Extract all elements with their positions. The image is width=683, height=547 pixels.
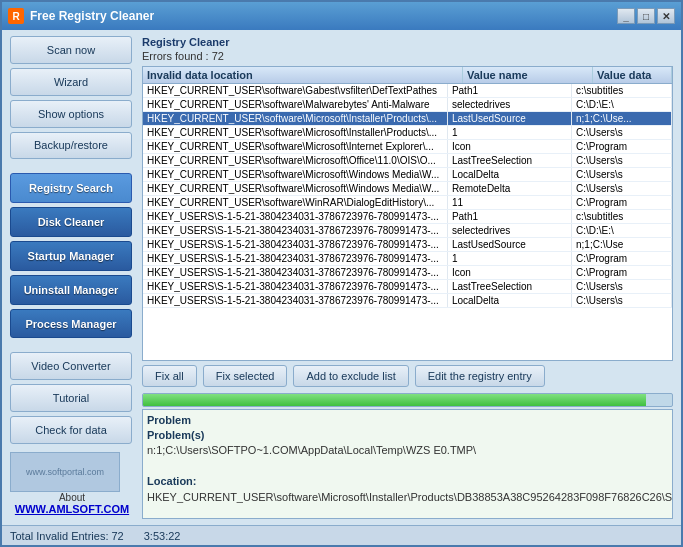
table-row[interactable]: HKEY_USERS\S-1-5-21-3804234031-378672397… bbox=[143, 252, 672, 266]
problem-section: Problem Problem(s) n:1;C:\Users\SOFTPO~1… bbox=[142, 409, 673, 519]
table-row[interactable]: HKEY_CURRENT_USER\software\Microsoft\Ins… bbox=[143, 126, 672, 140]
cell-value-name: 11 bbox=[448, 196, 572, 209]
sidebar-separator-2 bbox=[10, 342, 134, 348]
cell-location: HKEY_CURRENT_USER\software\Malwarebytes'… bbox=[143, 98, 448, 111]
problem-title: Problem bbox=[147, 414, 668, 426]
cell-location: HKEY_USERS\S-1-5-21-3804234031-378672397… bbox=[143, 252, 448, 265]
cell-location: HKEY_CURRENT_USER\software\Microsoft\Int… bbox=[143, 140, 448, 153]
table-row[interactable]: HKEY_USERS\S-1-5-21-3804234031-378672397… bbox=[143, 238, 672, 252]
main-content: Scan now Wizard Show options Backup/rest… bbox=[2, 30, 681, 525]
cell-value-name: Path1 bbox=[448, 210, 572, 223]
backup-restore-button[interactable]: Backup/restore bbox=[10, 132, 132, 160]
location-label: Location: bbox=[147, 475, 197, 487]
logo-text: www.softportal.com bbox=[26, 467, 104, 477]
cell-location: HKEY_CURRENT_USER\software\WinRAR\Dialog… bbox=[143, 196, 448, 209]
amlsoft-link[interactable]: WWW.AMLSOFT.COM bbox=[10, 503, 134, 515]
edit-registry-button[interactable]: Edit the registry entry bbox=[415, 365, 545, 387]
table-row[interactable]: HKEY_CURRENT_USER\software\Microsoft\Off… bbox=[143, 154, 672, 168]
errors-found-label: Errors found : 72 bbox=[142, 50, 673, 62]
logo-area: www.softportal.com About WWW.AMLSOFT.COM bbox=[10, 448, 134, 519]
registry-table: Invalid data location Value name Value d… bbox=[142, 66, 673, 361]
cell-value-data: C:\Users\s bbox=[572, 294, 672, 307]
cell-value-name: LastTreeSelection bbox=[448, 280, 572, 293]
location-text: HKEY_CURRENT_USER\software\Microsoft\Ins… bbox=[147, 491, 673, 503]
check-for-data-button[interactable]: Check for data bbox=[10, 416, 132, 444]
status-bar: Total Invalid Entries: 72 3:53:22 bbox=[2, 525, 681, 545]
cell-value-name: Icon bbox=[448, 140, 572, 153]
col-value-data: Value data bbox=[593, 67, 672, 83]
progress-bar-fill bbox=[143, 394, 646, 406]
table-row[interactable]: HKEY_USERS\S-1-5-21-3804234031-378672397… bbox=[143, 210, 672, 224]
minimize-button[interactable]: _ bbox=[617, 8, 635, 24]
close-button[interactable]: ✕ bbox=[657, 8, 675, 24]
cell-value-data: C:\D:\E:\ bbox=[572, 224, 672, 237]
cell-value-name: LastUsedSource bbox=[448, 238, 572, 251]
cell-value-data: n;1;C:\Use bbox=[572, 238, 672, 251]
about-label[interactable]: About bbox=[10, 492, 134, 503]
cell-value-data: C:\Users\s bbox=[572, 154, 672, 167]
show-options-button[interactable]: Show options bbox=[10, 100, 132, 128]
cell-value-data: C:\Users\s bbox=[572, 126, 672, 139]
main-window: R Free Registry Cleaner _ □ ✕ Scan now W… bbox=[0, 0, 683, 547]
table-row[interactable]: HKEY_CURRENT_USER\software\Microsoft\Win… bbox=[143, 182, 672, 196]
tutorial-button[interactable]: Tutorial bbox=[10, 384, 132, 412]
cell-value-data: c:\subtitles bbox=[572, 84, 672, 97]
logo-image: www.softportal.com bbox=[10, 452, 120, 492]
cell-value-name: selectedrives bbox=[448, 98, 572, 111]
uninstall-manager-button[interactable]: Uninstall Manager bbox=[10, 275, 132, 305]
cell-value-data: C:\Users\s bbox=[572, 280, 672, 293]
window-controls: _ □ ✕ bbox=[617, 8, 675, 24]
startup-manager-button[interactable]: Startup Manager bbox=[10, 241, 132, 271]
fix-selected-button[interactable]: Fix selected bbox=[203, 365, 288, 387]
time-display: 3:53:22 bbox=[144, 530, 181, 542]
cell-location: HKEY_USERS\S-1-5-21-3804234031-378672397… bbox=[143, 210, 448, 223]
table-row[interactable]: HKEY_CURRENT_USER\software\Microsoft\Ins… bbox=[143, 112, 672, 126]
add-to-exclude-button[interactable]: Add to exclude list bbox=[293, 365, 408, 387]
table-header: Invalid data location Value name Value d… bbox=[143, 67, 672, 84]
table-row[interactable]: HKEY_CURRENT_USER\software\Microsoft\Int… bbox=[143, 140, 672, 154]
table-row[interactable]: HKEY_CURRENT_USER\software\Malwarebytes'… bbox=[143, 98, 672, 112]
table-row[interactable]: HKEY_USERS\S-1-5-21-3804234031-378672397… bbox=[143, 294, 672, 308]
cell-location: HKEY_CURRENT_USER\software\Microsoft\Ins… bbox=[143, 112, 448, 125]
cell-value-name: Icon bbox=[448, 266, 572, 279]
cell-value-data: C:\Program bbox=[572, 140, 672, 153]
cell-value-name: RemoteDelta bbox=[448, 182, 572, 195]
cell-location: HKEY_USERS\S-1-5-21-3804234031-378672397… bbox=[143, 294, 448, 307]
cell-value-data: C:\Program bbox=[572, 196, 672, 209]
cell-value-data: C:\Program bbox=[572, 252, 672, 265]
table-row[interactable]: HKEY_CURRENT_USER\software\Gabest\vsfilt… bbox=[143, 84, 672, 98]
scan-now-button[interactable]: Scan now bbox=[10, 36, 132, 64]
progress-bar-container bbox=[142, 393, 673, 407]
fix-all-button[interactable]: Fix all bbox=[142, 365, 197, 387]
maximize-button[interactable]: □ bbox=[637, 8, 655, 24]
table-row[interactable]: HKEY_USERS\S-1-5-21-3804234031-378672397… bbox=[143, 224, 672, 238]
cell-value-name: 1 bbox=[448, 126, 572, 139]
wizard-button[interactable]: Wizard bbox=[10, 68, 132, 96]
cell-value-data: C:\Users\s bbox=[572, 168, 672, 181]
video-converter-button[interactable]: Video Converter bbox=[10, 352, 132, 380]
col-value-name: Value name bbox=[463, 67, 593, 83]
right-panel: Registry Cleaner Errors found : 72 Inval… bbox=[142, 30, 681, 525]
problem-text: n:1;C:\Users\SOFTPO~1.COM\AppData\Local\… bbox=[147, 444, 476, 456]
cell-value-data: C:\D:\E:\ bbox=[572, 98, 672, 111]
table-row[interactable]: HKEY_USERS\S-1-5-21-3804234031-378672397… bbox=[143, 280, 672, 294]
table-row[interactable]: HKEY_USERS\S-1-5-21-3804234031-378672397… bbox=[143, 266, 672, 280]
table-row[interactable]: HKEY_CURRENT_USER\software\Microsoft\Win… bbox=[143, 168, 672, 182]
cell-location: HKEY_CURRENT_USER\software\Microsoft\Win… bbox=[143, 182, 448, 195]
cell-location: HKEY_USERS\S-1-5-21-3804234031-378672397… bbox=[143, 266, 448, 279]
registry-search-button[interactable]: Registry Search bbox=[10, 173, 132, 203]
disk-cleaner-button[interactable]: Disk Cleaner bbox=[10, 207, 132, 237]
table-row[interactable]: HKEY_CURRENT_USER\software\WinRAR\Dialog… bbox=[143, 196, 672, 210]
cell-location: HKEY_CURRENT_USER\software\Microsoft\Win… bbox=[143, 168, 448, 181]
cell-value-name: Path1 bbox=[448, 84, 572, 97]
cell-value-name: LastTreeSelection bbox=[448, 154, 572, 167]
cell-value-name: LocalDelta bbox=[448, 168, 572, 181]
action-buttons: Fix all Fix selected Add to exclude list… bbox=[142, 365, 673, 387]
cell-value-data: c:\subtitles bbox=[572, 210, 672, 223]
process-manager-button[interactable]: Process Manager bbox=[10, 309, 132, 339]
cell-value-name: LastUsedSource bbox=[448, 112, 572, 125]
table-body: HKEY_CURRENT_USER\software\Gabest\vsfilt… bbox=[143, 84, 672, 360]
panel-title: Registry Cleaner bbox=[142, 36, 673, 48]
total-entries: Total Invalid Entries: 72 bbox=[10, 530, 124, 542]
cell-location: HKEY_CURRENT_USER\software\Microsoft\Ins… bbox=[143, 126, 448, 139]
